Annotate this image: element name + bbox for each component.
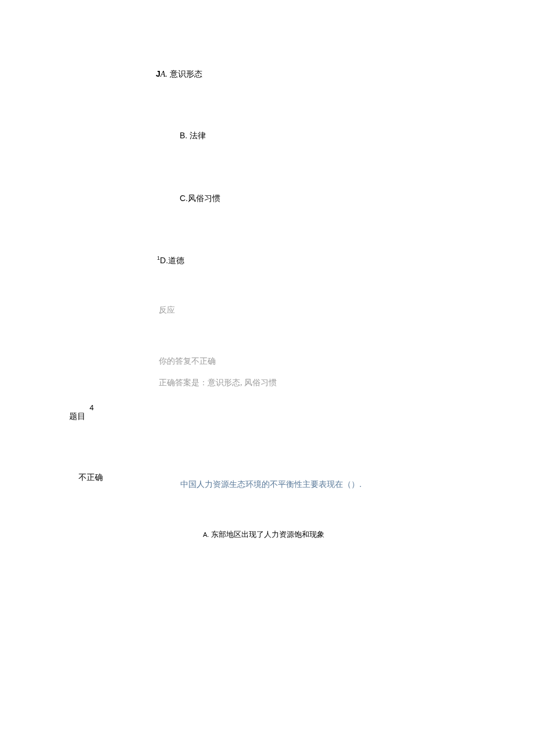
option-b[interactable]: B. 法律	[180, 131, 206, 141]
option-c[interactable]: C.风俗习惯	[180, 194, 220, 204]
option-d-text: 道德	[168, 256, 184, 265]
status-incorrect: 不正确	[79, 472, 103, 483]
option-d[interactable]: 1D.道德	[157, 255, 184, 266]
feedback-label: 反应	[159, 305, 175, 316]
option-a-letter: A.	[160, 70, 167, 78]
option-a-prefix: J	[156, 69, 160, 78]
option-a[interactable]: JA. 意识形态	[156, 69, 202, 80]
next-option-a[interactable]: A. 东部地区出现了人力资源饱和现象	[203, 529, 324, 540]
question-number: 4	[90, 403, 94, 412]
next-option-a-letter: A.	[203, 531, 209, 538]
next-option-a-text: 东部地区出现了人力资源饱和现象	[209, 530, 324, 539]
option-c-text: 风俗习惯	[188, 194, 220, 203]
option-b-letter: B.	[180, 131, 187, 140]
option-d-letter: D.	[160, 256, 168, 265]
question-text: 中国人力资源生态环境的不平衡性主要表现在（）.	[180, 479, 362, 490]
question-label: 题目	[69, 411, 85, 422]
option-c-letter: C.	[180, 194, 188, 203]
correct-answer: 正确答案是：意识形态, 风俗习惯	[159, 378, 277, 388]
option-b-text: 法律	[187, 131, 206, 140]
feedback-incorrect: 你的答复不正确	[159, 356, 216, 367]
option-a-text: 意识形态	[167, 69, 202, 78]
